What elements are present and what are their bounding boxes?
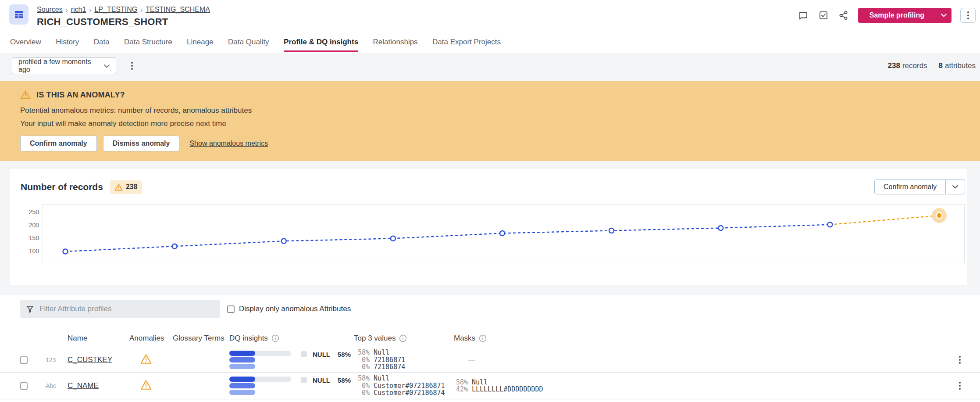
row-more-menu-button[interactable] (938, 356, 980, 364)
chart-plot-area (43, 204, 965, 263)
header-more-menu-button[interactable] (960, 8, 976, 23)
breadcrumb-rich1[interactable]: rich1 (71, 6, 86, 14)
tab-profile-dq-insights[interactable]: Profile & DQ insights (284, 38, 358, 52)
tab-data[interactable]: Data (94, 38, 110, 50)
sample-profiling-split-button: Sample profiling (858, 8, 951, 23)
card-confirm-dropdown-button[interactable] (945, 180, 965, 194)
profile-version-label: profiled a few moments ago (18, 58, 104, 74)
info-icon[interactable] (479, 334, 487, 342)
number-of-records-card: Number of records 238 Confirm anomaly (10, 169, 967, 285)
dq-bars (229, 351, 291, 369)
show-anomalous-metrics-link[interactable]: Show anomalous metrics (189, 140, 268, 147)
checkbox-check-icon (818, 10, 829, 21)
card-confirm-split-button: Confirm anomaly (874, 179, 965, 194)
tab-relationships[interactable]: Relationships (373, 38, 418, 50)
table-row-c-name: Abc C_NAME NULL 58% (0, 373, 980, 399)
filter-funnel-icon (26, 305, 34, 313)
null-legend: NULL 58% (301, 351, 351, 358)
comments-button[interactable] (798, 10, 809, 21)
top-3-values-cell: 58%Null 0%72186871 0%72186874 (351, 349, 451, 371)
column-header-glossary-terms: Glossary Terms (170, 334, 227, 343)
display-only-anomalous-checkbox[interactable] (227, 305, 235, 313)
y-tick-label: 200 (29, 222, 39, 229)
tab-lineage[interactable]: Lineage (187, 38, 214, 50)
column-header-name: Name (65, 334, 126, 343)
info-icon[interactable] (271, 334, 279, 342)
attributes-count: 8attributes (939, 61, 976, 70)
dismiss-anomaly-button[interactable]: Dismiss anomaly (103, 136, 180, 151)
attribute-link-c-name[interactable]: C_NAME (68, 381, 99, 390)
tab-history[interactable]: History (56, 38, 79, 50)
confirm-anomaly-button[interactable]: Confirm anomaly (20, 136, 97, 151)
card-title: Number of records (21, 182, 103, 192)
null-swatch-icon (301, 351, 307, 357)
sample-profiling-button[interactable]: Sample profiling (858, 8, 936, 23)
chevron-down-icon (952, 185, 958, 189)
attribute-link-c-custkey[interactable]: C_CUSTKEY (68, 355, 112, 364)
anomaly-count-badge: 238 (110, 180, 142, 194)
dq-bars (229, 377, 291, 395)
display-only-anomalous-label: Display only anomalous Attributes (239, 305, 351, 313)
banner-line1: Potential anomalous metrics: number of r… (20, 106, 960, 115)
column-header-anomalies: Anomalies (126, 334, 170, 343)
kebab-icon (967, 11, 969, 19)
warning-triangle-icon (140, 354, 152, 364)
attribute-table-header: Name Anomalies Glossary Terms DQ insight… (0, 329, 980, 348)
page-title: RICH_CUSTOMERS_SHORT (37, 16, 210, 28)
table-icon (14, 10, 24, 19)
comment-bubble-icon (798, 10, 809, 21)
kebab-icon (131, 62, 133, 70)
filter-attributes-box (20, 300, 220, 318)
row-checkbox[interactable] (20, 382, 28, 390)
row-checkbox[interactable] (20, 356, 28, 364)
banner-line2: Your input will make anomaly detection m… (20, 119, 960, 128)
share-icon (838, 10, 849, 21)
banner-title: IS THIS AN ANOMALY? (36, 90, 125, 100)
breadcrumb-lp-testing[interactable]: LP_TESTING (94, 6, 137, 14)
masks-cell: 58%Null 42%LLLLLLLL#DDDDDDDDD (451, 379, 938, 393)
breadcrumb: Sources › rich1 › LP_TESTING › TESTING_S… (37, 4, 210, 14)
attribute-profiles-section: Display only anomalous Attributes Name A… (0, 295, 980, 402)
dq-insights-cell: NULL 58% (227, 351, 351, 369)
share-button[interactable] (838, 10, 849, 21)
breadcrumb-testing-schema[interactable]: TESTING_SCHEMA (146, 6, 210, 14)
info-icon[interactable] (399, 334, 407, 342)
tab-data-structure[interactable]: Data Structure (124, 38, 172, 50)
null-legend: NULL 58% (301, 377, 351, 384)
filter-attributes-input[interactable] (39, 305, 214, 313)
chart-y-axis: 100150200250 (21, 204, 39, 263)
chevron-separator-icon: › (66, 6, 68, 14)
profile-version-dropdown[interactable]: profiled a few moments ago (12, 57, 116, 74)
sample-profiling-dropdown-button[interactable] (936, 8, 951, 23)
row-more-menu-button[interactable] (938, 382, 980, 390)
kebab-icon (959, 356, 961, 364)
profile-more-menu-button[interactable] (131, 62, 133, 70)
warning-triangle-icon (140, 380, 152, 390)
profile-counts: 238records 8attributes (888, 61, 976, 70)
main-content: profiled a few moments ago 238records 8a… (0, 53, 980, 402)
tab-data-export-projects[interactable]: Data Export Projects (432, 38, 501, 50)
breadcrumb-sources[interactable]: Sources (37, 6, 63, 14)
chevron-down-icon (104, 65, 110, 68)
records-count: 238records (888, 61, 927, 70)
tab-data-quality[interactable]: Data Quality (228, 38, 269, 50)
top-3-values-cell: 58%Null 0%Customer#072186871 0%Customer#… (351, 375, 451, 397)
null-swatch-icon (301, 377, 307, 383)
y-tick-label: 100 (29, 248, 39, 255)
tab-overview[interactable]: Overview (10, 38, 41, 50)
card-confirm-anomaly-button[interactable]: Confirm anomaly (875, 180, 945, 194)
warning-triangle-icon (114, 183, 123, 191)
badge-value: 238 (126, 183, 138, 191)
records-chart: 100150200250 (21, 204, 967, 264)
anomaly-banner: IS THIS AN ANOMALY? Potential anomalous … (0, 81, 980, 161)
data-type-badge: Abc (42, 382, 65, 389)
y-tick-label: 150 (29, 234, 39, 241)
table-row-c-custkey: 123 C_CUSTKEY NULL 58% (0, 348, 980, 373)
chevron-separator-icon: › (140, 6, 143, 14)
data-type-badge: 123 (42, 356, 65, 363)
warning-triangle-icon (20, 90, 31, 100)
page-header: Sources › rich1 › LP_TESTING › TESTING_S… (0, 0, 980, 32)
profile-toolbar: profiled a few moments ago 238records 8a… (0, 53, 980, 74)
masks-cell-empty: — (451, 356, 938, 364)
tasks-button[interactable] (818, 10, 829, 21)
